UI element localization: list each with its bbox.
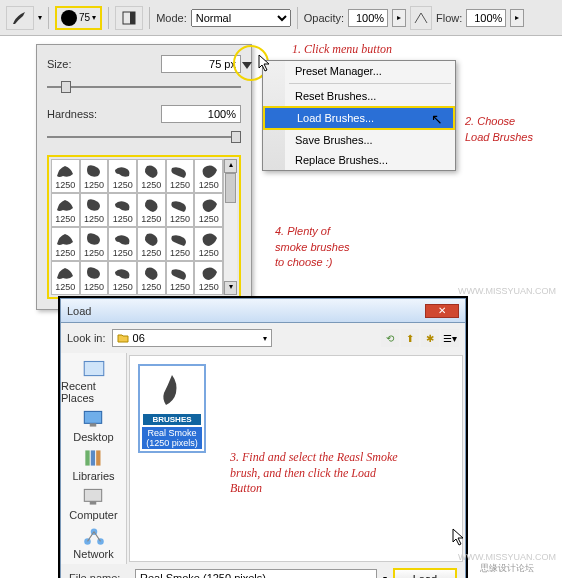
place-recent[interactable]: Recent Places	[61, 357, 126, 404]
brush-cell[interactable]: 1250	[194, 261, 223, 295]
menu-save-brushes[interactable]: Save Brushes...	[285, 130, 455, 150]
svg-rect-7	[96, 450, 100, 465]
brush-cell-label: 1250	[113, 248, 133, 258]
menu-load-brushes[interactable]: Load Brushes... ↖	[263, 106, 455, 130]
brush-cell[interactable]: 1250	[108, 159, 137, 193]
menu-reset-brushes[interactable]: Reset Brushes...	[285, 86, 455, 106]
brush-cell-label: 1250	[170, 180, 190, 190]
annotation-4: 4. Plenty ofsmoke brushesto choose :)	[275, 224, 350, 271]
brush-cell[interactable]: 1250	[137, 193, 166, 227]
svg-rect-1	[130, 12, 135, 24]
brush-cell[interactable]: 1250	[194, 227, 223, 261]
hardness-value[interactable]: 100%	[161, 105, 241, 123]
up-icon[interactable]: ⬆	[401, 329, 419, 347]
brush-tool-icon[interactable]	[6, 6, 34, 30]
mode-select[interactable]: Normal	[191, 9, 291, 27]
folder-icon	[117, 332, 129, 344]
views-icon[interactable]: ☰▾	[441, 329, 459, 347]
brush-cell[interactable]: 1250	[80, 261, 109, 295]
dialog-titlebar: Load ✕	[61, 299, 465, 323]
newfolder-icon[interactable]: ✱	[421, 329, 439, 347]
hardness-slider[interactable]	[47, 129, 241, 145]
brush-cell-label: 1250	[84, 180, 104, 190]
place-network[interactable]: Network	[73, 525, 113, 560]
place-computer[interactable]: Computer	[69, 486, 117, 521]
brush-cell-label: 1250	[141, 248, 161, 258]
brush-cell-label: 1250	[113, 214, 133, 224]
size-value[interactable]: 75 px	[161, 55, 241, 73]
places-bar: Recent Places Desktop Libraries Computer…	[61, 353, 127, 564]
size-slider[interactable]	[47, 79, 241, 95]
load-button[interactable]: Load	[393, 568, 457, 578]
brush-cell[interactable]: 1250	[51, 261, 80, 295]
scrollbar[interactable]: ▴ ▾	[223, 159, 237, 295]
opacity-value[interactable]: 100%	[348, 9, 388, 27]
panel-menu-button[interactable]	[237, 55, 257, 75]
flow-label: Flow:	[436, 12, 462, 24]
place-desktop[interactable]: Desktop	[73, 408, 113, 443]
brush-cell-label: 1250	[170, 282, 190, 292]
brush-cell-label: 1250	[141, 214, 161, 224]
dropdown-icon[interactable]: ▾	[38, 13, 42, 22]
load-dialog: Load ✕ Look in: 06 ▾ ⟲ ⬆ ✱ ☰▾ Recent Pla…	[60, 298, 466, 578]
brush-cell-label: 1250	[84, 248, 104, 258]
svg-rect-9	[90, 501, 97, 504]
back-icon[interactable]: ⟲	[381, 329, 399, 347]
toolbar: ▾ 75 ▾ Mode: Normal Opacity: 100% ▸ Flow…	[0, 0, 562, 36]
brush-cell[interactable]: 1250	[137, 261, 166, 295]
brush-cell[interactable]: 1250	[80, 159, 109, 193]
brush-cell[interactable]: 1250	[166, 227, 195, 261]
file-thumb[interactable]: BRUSHES Real Smoke (1250 pixels)	[138, 364, 206, 453]
brush-cell[interactable]: 1250	[108, 193, 137, 227]
cursor-icon	[258, 54, 272, 74]
load-dialog-wrap: Load ✕ Look in: 06 ▾ ⟲ ⬆ ✱ ☰▾ Recent Pla…	[58, 296, 468, 578]
brush-cell-label: 1250	[141, 282, 161, 292]
brush-cell-label: 1250	[55, 248, 75, 258]
opacity-arrow[interactable]: ▸	[392, 9, 406, 27]
brushes-badge: BRUSHES	[143, 414, 201, 425]
hardness-label: Hardness:	[47, 108, 103, 120]
brush-cell[interactable]: 1250	[108, 227, 137, 261]
close-button[interactable]: ✕	[425, 304, 459, 318]
file-area[interactable]: BRUSHES Real Smoke (1250 pixels) 3. Find…	[129, 355, 463, 562]
pressure-opacity-icon[interactable]	[410, 6, 432, 30]
brush-cell[interactable]: 1250	[194, 159, 223, 193]
brush-cell-label: 1250	[141, 180, 161, 190]
brush-cell[interactable]: 1250	[80, 193, 109, 227]
opacity-label: Opacity:	[304, 12, 344, 24]
annotation-3: 3. Find and select the Reasl Smoke brush…	[230, 450, 410, 497]
lookin-select[interactable]: 06 ▾	[112, 329, 272, 347]
lookin-label: Look in:	[67, 332, 106, 344]
brush-cell[interactable]: 1250	[166, 193, 195, 227]
brush-cell[interactable]: 1250	[80, 227, 109, 261]
brush-grid: 1250125012501250125012501250125012501250…	[47, 155, 241, 299]
annotation-2: 2. ChooseLoad Brushes	[465, 114, 533, 145]
brush-cell-label: 1250	[84, 214, 104, 224]
flow-arrow[interactable]: ▸	[510, 9, 524, 27]
brush-preset-picker[interactable]: 75 ▾	[55, 6, 102, 30]
brush-cell[interactable]: 1250	[51, 193, 80, 227]
svg-rect-3	[85, 411, 102, 423]
brush-cell[interactable]: 1250	[137, 159, 166, 193]
brush-cell[interactable]: 1250	[166, 159, 195, 193]
brush-cell[interactable]: 1250	[137, 227, 166, 261]
brush-cell-label: 1250	[113, 180, 133, 190]
brush-cell[interactable]: 1250	[51, 227, 80, 261]
svg-rect-5	[85, 450, 89, 465]
brush-cell[interactable]: 1250	[166, 261, 195, 295]
brush-cell-label: 1250	[199, 180, 219, 190]
brush-cell-label: 1250	[113, 282, 133, 292]
brush-cell[interactable]: 1250	[51, 159, 80, 193]
brush-cell-label: 1250	[199, 248, 219, 258]
flow-value[interactable]: 100%	[466, 9, 506, 27]
brush-cell[interactable]: 1250	[108, 261, 137, 295]
brush-cell[interactable]: 1250	[194, 193, 223, 227]
toggle-panel-icon[interactable]	[115, 6, 143, 30]
brush-panel: Size: 75 px Hardness: 100% 1250125012501…	[36, 44, 252, 310]
menu-preset-manager[interactable]: Preset Manager...	[285, 61, 455, 81]
brush-cell-label: 1250	[55, 282, 75, 292]
brush-cell-label: 1250	[199, 214, 219, 224]
menu-replace-brushes[interactable]: Replace Brushes...	[285, 150, 455, 170]
place-libraries[interactable]: Libraries	[72, 447, 114, 482]
filename-input[interactable]: Real Smoke (1250 pixels)	[135, 569, 377, 578]
